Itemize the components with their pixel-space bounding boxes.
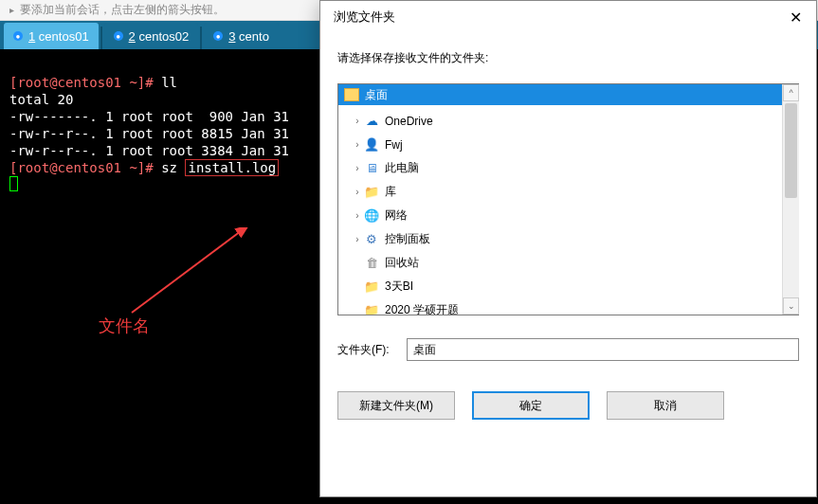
tree-item[interactable]: 📁3天BI (338, 275, 782, 298)
status-dot-icon: ● (13, 31, 23, 41)
tree-item[interactable]: ›🌐网络 (338, 204, 782, 227)
desktop-icon (344, 88, 359, 101)
pc-icon: 🖥 (363, 161, 380, 176)
tree-item[interactable]: 📁2020 学硕开题 (338, 298, 782, 315)
arrow-hint-icon: ▸ (9, 5, 14, 15)
cp-icon: ⚙ (363, 232, 380, 247)
tab-label: centos01 (35, 29, 88, 44)
scrollbar[interactable]: ^ ⌄ (782, 84, 799, 315)
tree-item[interactable]: ›👤Fwj (338, 133, 782, 156)
tree-item-label: Fwj (385, 138, 403, 152)
ok-button[interactable]: 确定 (472, 391, 590, 420)
trash-icon: 🗑 (363, 256, 380, 271)
folder-icon: 📁 (363, 303, 380, 315)
tree-item-label: 3天BI (385, 279, 413, 295)
tree-item-label: 此电脑 (385, 160, 419, 176)
status-dot-icon: ● (114, 31, 123, 41)
user-icon: 👤 (363, 137, 380, 153)
expand-caret-icon[interactable]: › (352, 187, 363, 197)
new-folder-button[interactable]: 新建文件夹(M) (337, 391, 455, 420)
output-line: -rw-------. 1 root root 900 Jan 31 (9, 109, 297, 124)
cursor (9, 176, 18, 191)
svg-line-0 (132, 231, 241, 313)
browse-folder-dialog: 浏览文件夹 ✕ 请选择保存接收文件的文件夹: 桌面 ›☁OneDrive›👤Fw… (319, 0, 817, 497)
output-line: -rw-r--r--. 1 root root 3384 Jan 31 (9, 143, 297, 158)
tree-item[interactable]: ›☁OneDrive (338, 109, 782, 133)
tree-item[interactable]: ›🖥此电脑 (338, 156, 782, 180)
net-icon: 🌐 (363, 208, 380, 224)
annotation-label: 文件名 (99, 317, 150, 334)
tree-item-label: 控制面板 (385, 231, 430, 247)
command: sz (161, 160, 185, 175)
tree-item-label: 2020 学硕开题 (385, 302, 459, 315)
tree-item[interactable]: ›⚙控制面板 (338, 227, 782, 251)
tree-item-label: OneDrive (385, 115, 433, 128)
tab-label: centos02 (136, 29, 189, 44)
output-line: -rw-r--r--. 1 root root 8815 Jan 31 (9, 126, 297, 141)
folder-tree: 桌面 ›☁OneDrive›👤Fwj›🖥此电脑›📁库›🌐网络›⚙控制面板 🗑回收… (337, 83, 799, 315)
cancel-button[interactable]: 取消 (607, 391, 724, 420)
tree-item[interactable]: ›📁库 (338, 180, 782, 204)
tab-number: 2 (129, 29, 136, 44)
dialog-titlebar: 浏览文件夹 ✕ (320, 1, 816, 33)
scroll-down-button[interactable]: ⌄ (783, 297, 799, 315)
tab-number: 1 (28, 29, 35, 44)
tab-cento[interactable]: ●3 cento (204, 23, 279, 49)
dialog-instruction: 请选择保存接收文件的文件夹: (337, 50, 799, 66)
expand-caret-icon[interactable]: › (352, 116, 363, 126)
dialog-title: 浏览文件夹 (334, 9, 395, 26)
scroll-thumb[interactable] (785, 103, 797, 198)
folder-icon: 📁 (363, 279, 380, 295)
tree-selected-header[interactable]: 桌面 (338, 84, 782, 105)
tab-label: cento (235, 29, 268, 44)
prompt: [root@centos01 ~]# (9, 160, 161, 175)
tree-item-label: 网络 (385, 207, 408, 224)
tree-item-label: 库 (385, 184, 396, 200)
cloud-icon: ☁ (363, 114, 380, 129)
command: ll (161, 75, 177, 90)
scroll-up-button[interactable]: ^ (783, 84, 799, 101)
tree-item-label: 回收站 (385, 255, 419, 271)
tab-centos01[interactable]: ●1 centos01 (4, 23, 99, 49)
tab-number: 3 (228, 29, 235, 44)
tab-centos02[interactable]: ●2 centos02 (104, 23, 199, 49)
highlighted-filename: install.log (185, 159, 279, 176)
info-bar-text: 要添加当前会话，点击左侧的箭头按钮。 (20, 2, 225, 18)
folder-field-input[interactable] (407, 338, 799, 361)
expand-caret-icon[interactable]: › (352, 234, 363, 244)
output-line: total 20 (9, 92, 73, 107)
close-button[interactable]: ✕ (774, 2, 816, 32)
folder-field-label: 文件夹(F): (337, 342, 390, 358)
expand-caret-icon[interactable]: › (352, 163, 363, 173)
expand-caret-icon[interactable]: › (352, 139, 363, 150)
tree-item[interactable]: 🗑回收站 (338, 251, 782, 275)
expand-caret-icon[interactable]: › (352, 210, 363, 221)
status-dot-icon: ● (213, 31, 223, 41)
prompt: [root@centos01 ~]# (9, 75, 161, 90)
lib-icon: 📁 (363, 185, 380, 200)
close-icon: ✕ (790, 9, 802, 27)
tree-header-label: 桌面 (365, 87, 388, 103)
